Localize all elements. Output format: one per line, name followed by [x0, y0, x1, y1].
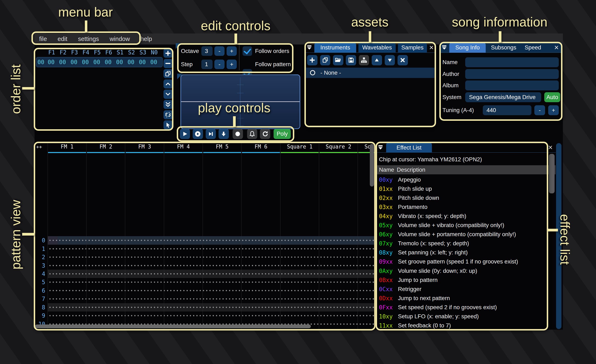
asset-tree-view-button[interactable]	[359, 55, 369, 65]
oscilloscope-tick	[237, 93, 243, 93]
tab-song-info[interactable]: Song Info	[449, 43, 486, 53]
pattern-scroll-track[interactable]	[556, 143, 561, 329]
order-cell[interactable]: 00	[125, 59, 137, 65]
order-row-selected[interactable]: 00 00 00 00 00 00 00 00 00 00 00	[36, 57, 163, 67]
pattern-horizontal-scrollbar[interactable]	[35, 325, 311, 328]
octave-value[interactable]: 3	[201, 46, 212, 56]
arrow-down-icon	[220, 131, 227, 137]
order-cell[interactable]: 00	[114, 59, 125, 65]
pattern-row[interactable]	[48, 262, 375, 270]
order-col-header: S1	[114, 49, 126, 56]
collapse-icon[interactable]	[441, 44, 447, 51]
tab-speed[interactable]: Speed	[522, 43, 544, 53]
duplicate-asset-button[interactable]	[320, 55, 330, 65]
close-icon[interactable]: ×	[547, 143, 554, 152]
oscilloscope	[180, 74, 300, 129]
repeat-button[interactable]	[260, 129, 270, 139]
pattern-vertical-scrollbar[interactable]	[370, 144, 374, 187]
duplicate-order-button[interactable]	[164, 69, 173, 78]
octave-plus-button[interactable]: +	[227, 46, 237, 56]
pattern-row[interactable]	[48, 295, 375, 303]
open-asset-button[interactable]	[333, 55, 343, 65]
tab-wavetables[interactable]: Wavetables	[358, 43, 396, 53]
menu-edit[interactable]: edit	[58, 35, 67, 42]
asset-down-button[interactable]	[385, 55, 395, 65]
tuning-plus-button[interactable]: +	[548, 105, 559, 115]
menu-help[interactable]: help	[141, 35, 152, 42]
deep-clone-order-button[interactable]	[164, 110, 173, 119]
channel-color-bar	[48, 152, 86, 153]
order-cell[interactable]: 00	[57, 59, 68, 65]
collapse-icon[interactable]	[306, 44, 312, 51]
play-from-cursor-button[interactable]	[206, 129, 216, 139]
order-cell[interactable]: 00	[103, 59, 114, 65]
record-button[interactable]	[233, 129, 243, 139]
delete-asset-button[interactable]	[398, 55, 408, 65]
order-down-button[interactable]	[164, 90, 173, 99]
add-order-button[interactable]	[164, 49, 173, 58]
step-plus-button[interactable]: +	[227, 59, 237, 69]
collapse-icon[interactable]	[378, 144, 383, 150]
step-row-button[interactable]	[218, 129, 229, 139]
add-asset-button[interactable]	[307, 55, 317, 65]
menu-file[interactable]: file	[39, 35, 47, 42]
annotation-line	[85, 21, 88, 32]
pattern-corner[interactable]: ++	[36, 144, 42, 150]
order-cell[interactable]: 00	[148, 59, 159, 65]
order-cell[interactable]: 00	[68, 59, 80, 65]
octave-minus-button[interactable]: -	[214, 46, 225, 56]
close-icon[interactable]: ×	[553, 43, 560, 52]
tuning-field[interactable]: 440	[483, 105, 531, 115]
step-minus-button[interactable]: -	[214, 59, 225, 69]
order-cell[interactable]: 00	[91, 59, 103, 65]
order-cell[interactable]: 00	[137, 59, 148, 65]
close-icon[interactable]: ×	[428, 43, 435, 52]
order-to-bottom-button[interactable]	[164, 100, 173, 109]
name-field[interactable]	[465, 57, 559, 67]
effect-list-header[interactable]: Name Description	[376, 165, 556, 174]
channel-color-bar	[320, 152, 358, 153]
order-cell[interactable]: 00	[45, 59, 57, 65]
tab-instruments[interactable]: Instruments	[314, 43, 356, 53]
pattern-row[interactable]	[48, 312, 375, 320]
tab-samples[interactable]: Samples	[398, 43, 427, 53]
auto-system-button[interactable]: Auto	[544, 92, 560, 102]
save-asset-button[interactable]	[346, 55, 356, 65]
system-field[interactable]: Sega Genesis/Mega Drive	[465, 92, 541, 102]
order-cell[interactable]: 00	[80, 59, 91, 65]
metronome-button[interactable]	[247, 129, 257, 139]
pattern-row[interactable]	[48, 303, 375, 312]
play-icon	[182, 131, 188, 137]
system-label: System	[442, 92, 462, 102]
effect-row: 0FxxSet speed (speed 2 if no grooves exi…	[376, 303, 556, 312]
poly-button[interactable]: Poly	[274, 129, 291, 139]
order-edit-mode-button[interactable]	[164, 120, 173, 130]
order-up-button[interactable]	[164, 80, 173, 88]
pattern-row[interactable]	[48, 245, 375, 253]
effect-code: 02xx	[379, 193, 393, 203]
effect-list-scrollbar[interactable]	[549, 154, 555, 193]
tab-effect-list[interactable]: Effect List	[386, 143, 432, 153]
remove-order-button[interactable]	[164, 59, 173, 68]
pattern-view-window[interactable]: ++ 0 1 2 3 4 5 6 7 8 9 10 FM 1 FM 2 FM 3…	[35, 143, 375, 330]
tab-subsongs[interactable]: Subsongs	[489, 43, 518, 53]
pattern-row[interactable]	[48, 286, 375, 295]
play-pattern-button[interactable]	[193, 129, 203, 139]
album-field[interactable]	[465, 80, 559, 90]
follow-orders-checkbox[interactable]	[243, 46, 252, 56]
description-column-header[interactable]: Description	[397, 165, 425, 174]
pattern-row[interactable]	[48, 253, 375, 261]
asset-up-button[interactable]	[372, 55, 382, 65]
menu-window[interactable]: window	[110, 35, 130, 42]
tuning-minus-button[interactable]: -	[534, 105, 545, 115]
menu-settings[interactable]: settings	[78, 35, 99, 42]
instrument-list-item[interactable]: - None -	[306, 68, 435, 78]
author-field[interactable]	[465, 69, 559, 79]
pattern-row[interactable]	[48, 270, 375, 278]
name-column-header[interactable]: Name	[379, 165, 394, 174]
pattern-row[interactable]	[48, 278, 375, 286]
effect-description: Set speed (speed 2 if no grooves exist)	[398, 303, 497, 312]
play-button[interactable]	[180, 129, 190, 139]
pattern-row[interactable]	[48, 236, 375, 244]
step-value[interactable]: 1	[201, 59, 212, 69]
